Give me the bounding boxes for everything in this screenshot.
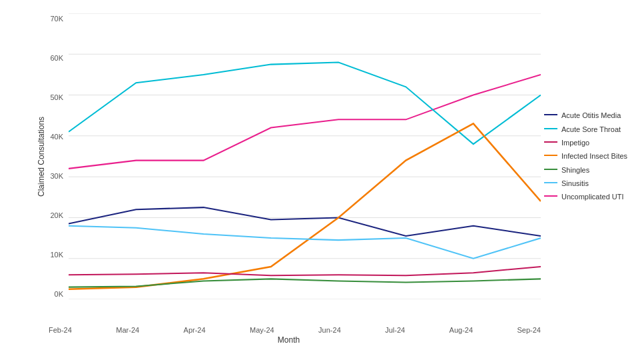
legend-item-uti: Uncomplicated UTI (544, 192, 641, 201)
y-tick: 30K (50, 172, 63, 180)
legend-label-uti: Uncomplicated UTI (561, 192, 624, 201)
y-tick: 10K (50, 251, 63, 259)
series-acute-otitis-media (69, 207, 541, 236)
series-impetigo (69, 267, 541, 275)
legend-label-infected: Infected Insect Bites (561, 151, 627, 161)
x-tick: Mar-24 (116, 326, 139, 334)
legend-color-infected (544, 155, 557, 156)
x-tick: May-24 (250, 326, 274, 334)
legend-label-acute-otitis: Acute Otitis Media (561, 111, 621, 120)
series-uncomplicated-uti (69, 75, 541, 169)
legend-item-impetigo: Impetigo (544, 138, 641, 147)
legend-color-acute-sore (544, 128, 557, 129)
chart-svg (69, 13, 541, 299)
y-tick: 70K (50, 15, 63, 23)
y-tick: 0K (55, 290, 63, 298)
chart-container: Claimed Consultations 70K 60K 50K 40K 30… (0, 0, 644, 350)
legend-item-infected: Infected Insect Bites (544, 151, 641, 161)
legend-item-sinusitis: Sinusitis (544, 179, 641, 188)
legend-color-shingles (544, 169, 557, 170)
legend-label-acute-sore: Acute Sore Throat (561, 125, 621, 134)
legend-label-sinusitis: Sinusitis (561, 179, 589, 188)
legend-label-impetigo: Impetigo (561, 138, 589, 147)
legend-label-shingles: Shingles (561, 165, 589, 175)
legend-color-impetigo (544, 141, 557, 143)
legend-item-shingles: Shingles (544, 165, 641, 175)
y-tick: 60K (50, 54, 63, 62)
series-acute-sore-throat (69, 63, 541, 145)
y-tick: 50K (50, 93, 63, 101)
x-tick: Feb-24 (49, 326, 72, 334)
x-axis-label: Month (0, 335, 541, 350)
legend-item-acute-otitis: Acute Otitis Media (544, 111, 641, 120)
x-axis: Feb-24 Mar-24 Apr-24 May-24 Jun-24 Jul-2… (0, 326, 541, 335)
chart-plot-area (69, 13, 541, 299)
x-tick: Sep-24 (517, 326, 540, 334)
x-tick: Apr-24 (184, 326, 206, 334)
series-infected-insect-bites (69, 123, 541, 289)
y-tick: 40K (50, 133, 63, 141)
legend-color-acute-otitis (544, 114, 557, 115)
x-tick: Jul-24 (385, 326, 405, 334)
x-tick: Aug-24 (450, 326, 473, 334)
x-tick: Jun-24 (318, 326, 341, 334)
y-tick: 20K (50, 211, 63, 219)
series-shingles (69, 279, 541, 287)
legend-item-acute-sore: Acute Sore Throat (544, 125, 641, 134)
legend-color-uti (544, 195, 557, 197)
legend-color-sinusitis (544, 182, 557, 183)
y-axis-label: Claimed Consultations (37, 117, 46, 197)
chart-legend: Acute Otitis Media Acute Sore Throat Imp… (541, 13, 644, 299)
